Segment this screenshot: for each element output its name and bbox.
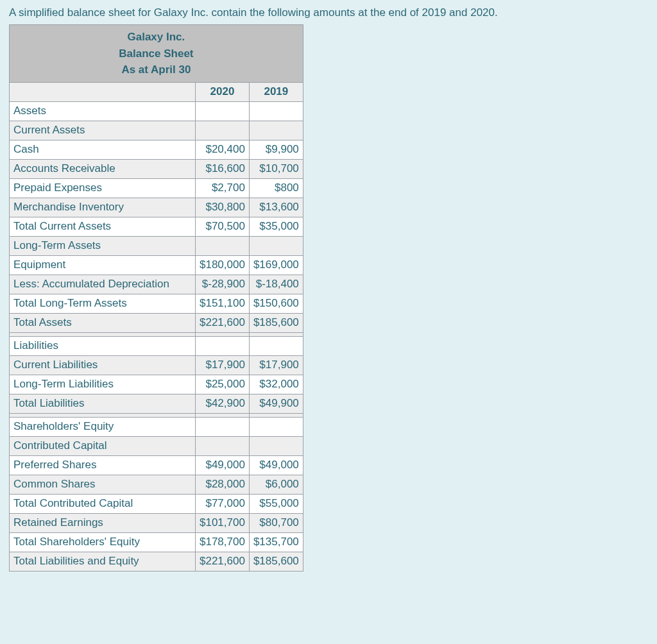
row-label: Retained Earnings <box>10 513 196 532</box>
row-label: Equipment <box>10 255 196 275</box>
row-val-y2: $80,700 <box>249 513 303 532</box>
table-row: Total Current Assets$70,500$35,000 <box>10 217 303 236</box>
row-val-y2 <box>249 417 303 436</box>
table-row: Total Liabilities and Equity$221,600$185… <box>10 552 303 571</box>
row-label: Total Liabilities <box>10 394 196 413</box>
row-label: Total Liabilities and Equity <box>10 552 196 571</box>
table-row: Retained Earnings$101,700$80,700 <box>10 513 303 532</box>
row-val-y2: $800 <box>249 178 303 198</box>
table-row: Merchandise Inventory$30,800$13,600 <box>10 198 303 217</box>
row-val-y1: $178,700 <box>196 532 250 552</box>
row-label: Preferred Shares <box>10 455 196 475</box>
row-val-y1: $180,000 <box>196 255 250 275</box>
row-val-y1: $-28,900 <box>196 275 250 294</box>
col-year-1: 2020 <box>196 82 250 101</box>
balance-sheet-table: Galaxy Inc. Balance Sheet As at April 30… <box>9 24 303 572</box>
row-val-y2: $32,000 <box>249 375 303 394</box>
row-val-y1: $49,000 <box>196 455 250 475</box>
blank-header <box>10 82 196 101</box>
row-label: Assets <box>10 101 196 121</box>
row-val-y1: $70,500 <box>196 217 250 236</box>
table-row: Common Shares$28,000$6,000 <box>10 475 303 494</box>
row-val-y1: $25,000 <box>196 375 250 394</box>
row-label: Liabilities <box>10 336 196 355</box>
row-label: Current Assets <box>10 121 196 140</box>
row-label: Total Contributed Capital <box>10 494 196 513</box>
row-label: Prepaid Expenses <box>10 178 196 198</box>
row-label: Common Shares <box>10 475 196 494</box>
row-val-y1 <box>196 101 250 121</box>
row-val-y1 <box>196 236 250 255</box>
row-label: Accounts Receivable <box>10 159 196 178</box>
row-val-y2: $10,700 <box>249 159 303 178</box>
row-val-y1: $221,600 <box>196 552 250 571</box>
statement-name: Balance Sheet <box>10 46 303 62</box>
row-val-y2: $150,600 <box>249 294 303 313</box>
row-val-y2: $135,700 <box>249 532 303 552</box>
table-row: Accounts Receivable$16,600$10,700 <box>10 159 303 178</box>
row-label: Cash <box>10 140 196 159</box>
table-row: Total Long-Term Assets$151,100$150,600 <box>10 294 303 313</box>
row-val-y2 <box>249 336 303 355</box>
row-val-y1 <box>196 121 250 140</box>
table-row: Liabilities <box>10 336 303 355</box>
table-row: Contributed Capital <box>10 436 303 455</box>
row-val-y2: $35,000 <box>249 217 303 236</box>
table-row: Total Liabilities$42,900$49,900 <box>10 394 303 413</box>
row-val-y2: $9,900 <box>249 140 303 159</box>
row-label: Long-Term Assets <box>10 236 196 255</box>
col-year-2: 2019 <box>249 82 303 101</box>
row-val-y1 <box>196 336 250 355</box>
row-label: Less: Accumulated Depreciation <box>10 275 196 294</box>
row-val-y2: $49,900 <box>249 394 303 413</box>
row-label: Long-Term Liabilities <box>10 375 196 394</box>
table-row: Assets <box>10 101 303 121</box>
row-val-y1: $20,400 <box>196 140 250 159</box>
row-val-y2: $185,600 <box>249 552 303 571</box>
row-val-y1 <box>196 436 250 455</box>
row-val-y1: $77,000 <box>196 494 250 513</box>
intro-text: A simplified balance sheet for Galaxy In… <box>9 6 648 19</box>
table-row: Total Assets$221,600$185,600 <box>10 313 303 332</box>
row-val-y2 <box>249 101 303 121</box>
row-val-y2 <box>249 236 303 255</box>
table-row: Less: Accumulated Depreciation$-28,900$-… <box>10 275 303 294</box>
row-label: Total Current Assets <box>10 217 196 236</box>
row-label: Merchandise Inventory <box>10 198 196 217</box>
row-val-y1: $2,700 <box>196 178 250 198</box>
row-val-y1: $30,800 <box>196 198 250 217</box>
table-row: Total Shareholders' Equity$178,700$135,7… <box>10 532 303 552</box>
table-row: Shareholders' Equity <box>10 417 303 436</box>
row-val-y1: $17,900 <box>196 355 250 375</box>
row-val-y2: $169,000 <box>249 255 303 275</box>
row-val-y2: $55,000 <box>249 494 303 513</box>
row-label: Contributed Capital <box>10 436 196 455</box>
table-row: Current Assets <box>10 121 303 140</box>
table-row: Total Contributed Capital$77,000$55,000 <box>10 494 303 513</box>
row-val-y1: $28,000 <box>196 475 250 494</box>
table-row: Prepaid Expenses$2,700$800 <box>10 178 303 198</box>
row-val-y2 <box>249 436 303 455</box>
row-val-y2: $49,000 <box>249 455 303 475</box>
row-label: Shareholders' Equity <box>10 417 196 436</box>
row-val-y1: $16,600 <box>196 159 250 178</box>
row-val-y1: $221,600 <box>196 313 250 332</box>
as-at-date: As at April 30 <box>10 62 303 78</box>
row-val-y2: $6,000 <box>249 475 303 494</box>
row-label: Total Shareholders' Equity <box>10 532 196 552</box>
table-title-block: Galaxy Inc. Balance Sheet As at April 30 <box>10 25 303 83</box>
row-val-y2: $13,600 <box>249 198 303 217</box>
table-row: Cash$20,400$9,900 <box>10 140 303 159</box>
table-row: Long-Term Assets <box>10 236 303 255</box>
row-val-y1: $101,700 <box>196 513 250 532</box>
row-val-y2: $185,600 <box>249 313 303 332</box>
row-val-y2: $-18,400 <box>249 275 303 294</box>
row-val-y1: $42,900 <box>196 394 250 413</box>
table-row: Equipment$180,000$169,000 <box>10 255 303 275</box>
table-row: Preferred Shares$49,000$49,000 <box>10 455 303 475</box>
row-label: Current Liabilities <box>10 355 196 375</box>
row-val-y2 <box>249 121 303 140</box>
row-label: Total Long-Term Assets <box>10 294 196 313</box>
row-val-y1 <box>196 417 250 436</box>
company-name: Galaxy Inc. <box>10 29 303 46</box>
